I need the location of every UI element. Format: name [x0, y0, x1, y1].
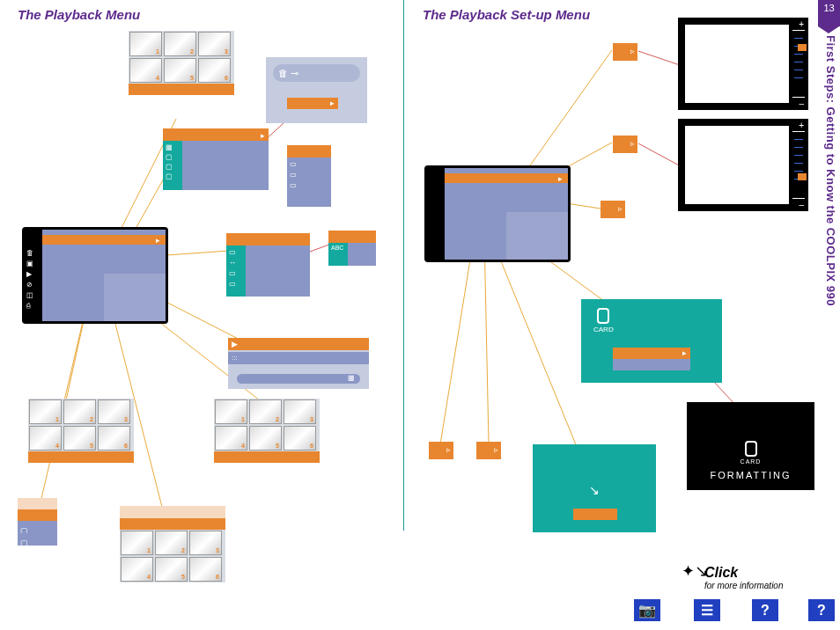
help-icon: ? [817, 603, 826, 619]
page-number: 13 [818, 0, 840, 26]
arrow-right-icon: ▸ [156, 236, 160, 245]
abc-label: ABC [331, 245, 343, 251]
setup-shadow [506, 212, 568, 260]
video-submenu[interactable]: ↘ [533, 444, 656, 532]
arrow-right-icon: ▸ [558, 174, 563, 183]
rect-icon: ▭ [290, 180, 297, 191]
svg-line-11 [519, 50, 612, 180]
hue-scale [792, 131, 805, 199]
section-title-playback-menu: The Playback Menu [18, 7, 140, 22]
click-title: Click [704, 565, 738, 580]
date-tab[interactable] [429, 442, 453, 459]
section-title-setup-menu: The Playback Set-up Menu [423, 7, 590, 22]
square-icon: ▢ [166, 152, 173, 162]
thumbnail-grid-protect[interactable] [28, 399, 134, 463]
hue-screen[interactable]: + – [678, 119, 808, 211]
delete-bar: 🗑 ⊸ [273, 64, 360, 82]
setup-highlight: ▸ [445, 173, 568, 183]
grid-highlight [214, 451, 320, 463]
print-submenu[interactable]: ▶ ::: ▦ [228, 338, 369, 389]
page-side-tab: 13 First Steps: Getting to Know the COOL… [818, 0, 840, 405]
square-icon: ▢ [166, 172, 173, 181]
nav-help2-button[interactable]: ? [808, 599, 835, 621]
playback-menu-main-screen[interactable]: 🗑 ▣ ▶ ⊘ ◫ ⎙ ▸ [22, 227, 168, 324]
int-body [348, 243, 376, 266]
arrow-right-icon: ▸ [330, 99, 335, 107]
folder-option-icons: ▭ ▭ ▭ [290, 159, 297, 191]
hide-icon: ◫ [26, 290, 39, 301]
thumbnail-grid-print[interactable] [120, 506, 225, 582]
column-divider [403, 0, 404, 531]
svg-line-17 [493, 242, 581, 458]
grid-highlight [129, 84, 234, 95]
int-highlight [328, 231, 376, 243]
opt-highlight [287, 145, 331, 158]
brightness-marker [798, 44, 807, 51]
brightness-tab[interactable] [613, 43, 637, 61]
formatting-text: FORMATTING [687, 470, 814, 480]
rect-icon: ▭ [290, 159, 297, 170]
card-icon [745, 441, 757, 457]
print-icon: ⎙ [26, 301, 39, 311]
card-label: CARD [687, 458, 814, 465]
protect-icon: ⊘ [26, 280, 39, 290]
minus-icon: – [799, 99, 804, 108]
brightness-scale [792, 30, 805, 98]
setup-menu-main-screen[interactable]: ▸ [424, 165, 571, 262]
nav-help-button[interactable]: ? [752, 599, 778, 621]
slideshow-icon: ▶ [26, 269, 39, 280]
help-icon: ? [761, 603, 770, 619]
thumbnail-grid-hide[interactable] [214, 399, 320, 463]
delete-submenu[interactable]: 🗑 ⊸ ▸ [266, 57, 367, 123]
nav-camera-button[interactable]: 📷 [634, 599, 660, 621]
dots-icon: ::: [232, 354, 238, 362]
print-bar: ▦ [237, 374, 360, 384]
slide-highlight [226, 233, 310, 245]
menu-icons: 🗑 ▣ ▶ ⊘ ◫ ⎙ [26, 248, 39, 311]
menu-shadow [104, 274, 166, 321]
click-hint[interactable]: Click for more information [704, 565, 783, 590]
folders-highlight: ▸ [163, 128, 269, 141]
thumbnail-grid-delete[interactable] [129, 31, 234, 95]
nav-index-button[interactable]: ☰ [694, 599, 720, 621]
grid-icon: ▦ [348, 374, 355, 382]
slideshow-icons: ▭ ↔ ▭ ▭ [229, 247, 236, 289]
minus-icon: – [799, 200, 804, 209]
print-highlight: ▶ [228, 338, 369, 350]
sound-tab[interactable] [601, 201, 625, 218]
cardformat-submenu[interactable]: CARD ▸ [581, 299, 722, 383]
arrows-icon: ↔ [229, 258, 236, 268]
opt-row: ▢ [18, 521, 57, 533]
folder-options[interactable]: ▭ ▭ ▭ [287, 145, 331, 207]
play-icon: ▶ [232, 340, 238, 348]
interval-options[interactable]: ABC [328, 231, 376, 266]
chapter-title: First Steps: Getting to Know the COOLPIX… [820, 35, 837, 306]
hue-display [685, 126, 789, 204]
camera-icon: 📷 [638, 602, 656, 619]
folder-icons: ▦ ▢ ▢ ▢ [166, 143, 173, 181]
slideshow-submenu[interactable]: ▭ ↔ ▭ ▭ [226, 233, 310, 297]
language-tab[interactable] [476, 442, 501, 459]
folder-body [182, 141, 269, 190]
protect-options[interactable]: ▢ ▢ [18, 498, 57, 546]
grid-icon: ▦ [166, 143, 173, 152]
hue-tab[interactable] [613, 136, 637, 153]
brightness-screen-high[interactable]: + – [678, 18, 808, 110]
rect-icon: ▭ [229, 268, 236, 279]
formatting-screen: CARD FORMATTING [687, 402, 814, 490]
format-highlight: ▸ [613, 348, 690, 359]
print-row2: ::: [228, 352, 369, 364]
opt-row: ▢ [18, 533, 57, 546]
folder-icon: ▣ [26, 259, 39, 269]
slide-body [246, 245, 310, 297]
plus-icon: + [799, 19, 804, 29]
setup-body: ▸ [445, 168, 568, 260]
svg-line-19 [638, 143, 682, 167]
svg-line-18 [638, 51, 682, 66]
menu-highlight: ▸ [42, 235, 166, 245]
card-icon: CARD [593, 308, 614, 333]
rect-icon: ▭ [229, 279, 236, 289]
rect-icon: ▭ [290, 170, 297, 180]
folders-submenu[interactable]: ▸ ▦ ▢ ▢ ▢ [163, 128, 269, 190]
trash-icon: 🗑 [26, 248, 39, 259]
